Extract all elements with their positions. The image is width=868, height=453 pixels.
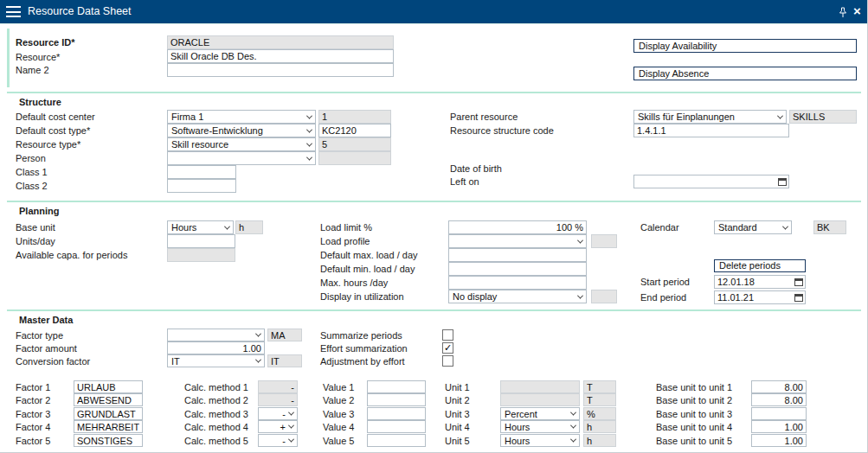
left-on-date-field[interactable] [633, 175, 789, 188]
effort-summarization-checkbox[interactable]: ✓ [442, 342, 453, 354]
resource-input[interactable] [167, 49, 394, 63]
base-unit-to-unit-5-label: Base unit to unit 5 [656, 436, 732, 447]
default-cost-type-dropdown[interactable]: Software-Entwicklung [167, 124, 316, 137]
default-max-load-input[interactable] [448, 248, 587, 262]
units-per-day-input[interactable] [167, 234, 235, 248]
default-cost-type-code-input[interactable] [318, 124, 391, 137]
start-period-label: Start period [640, 277, 690, 288]
value-3-input[interactable] [367, 407, 426, 420]
adjustment-by-effort-checkbox[interactable] [442, 355, 453, 367]
base-unit-to-unit-1-input[interactable] [751, 380, 807, 393]
resource-type-code: 5 [318, 137, 391, 151]
display-availability-button[interactable]: Display Availability [633, 39, 857, 53]
parent-resource-dropdown[interactable]: Skills für Einplanungen [633, 110, 787, 124]
conversion-factor-label: Conversion factor [16, 356, 90, 367]
base-unit-to-unit-3-label: Base unit to unit 3 [656, 409, 732, 420]
class2-label: Class 2 [16, 181, 48, 192]
resource-structure-code-input[interactable] [633, 124, 789, 137]
conversion-factor-dropdown[interactable]: IT [167, 354, 265, 367]
factor-5-input[interactable] [74, 434, 143, 447]
close-icon[interactable]: × [853, 3, 861, 19]
factor-4-label: Factor 4 [16, 422, 50, 433]
base-unit-label: Base unit [16, 222, 55, 233]
calc-method-4-value: + [280, 422, 286, 432]
base-unit-to-unit-3-input[interactable] [751, 407, 807, 420]
unit-2-code: T [583, 393, 616, 406]
chevron-down-icon [306, 154, 312, 160]
chevron-down-icon [288, 437, 294, 443]
calc-method-5-label: Calc. method 5 [184, 436, 248, 447]
section-divider [7, 92, 861, 93]
class1-input[interactable] [167, 165, 236, 179]
chevron-down-icon [288, 423, 294, 429]
factor-4-input[interactable] [74, 420, 143, 433]
calc-method-4-dropdown[interactable]: + [258, 420, 298, 433]
class2-input[interactable] [167, 179, 236, 193]
name2-input[interactable] [167, 63, 394, 77]
unit-5-label: Unit 5 [445, 436, 470, 447]
unit-1-field [500, 380, 580, 393]
default-cost-center-label: Default cost center [16, 112, 95, 123]
pin-icon[interactable] [838, 6, 848, 22]
calc-method-2-field: - [258, 393, 298, 406]
factor-amount-input[interactable] [167, 341, 265, 354]
value-5-input[interactable] [367, 434, 426, 447]
max-hours-day-input[interactable] [448, 276, 587, 290]
resource-structure-code-label: Resource structure code [450, 125, 554, 137]
calendar-icon[interactable] [778, 178, 787, 186]
calc-method-3-dropdown[interactable]: - [258, 407, 298, 420]
calendar-icon[interactable] [794, 294, 803, 302]
calendar-dropdown[interactable]: Standard [714, 220, 792, 234]
value-2-input[interactable] [367, 393, 426, 406]
start-period-date-field[interactable]: 12.01.18 [714, 275, 806, 289]
end-period-date-field[interactable]: 11.01.21 [714, 290, 806, 304]
base-unit-to-unit-5-input[interactable] [751, 434, 807, 447]
available-capa-label: Available capa. for periods [16, 250, 127, 261]
load-limit-label: Load limit % [320, 222, 372, 233]
factor-type-dropdown[interactable] [167, 329, 265, 341]
unit-1-code: T [583, 380, 616, 393]
person-dropdown[interactable] [167, 151, 316, 165]
unit-3-value: Percent [505, 409, 537, 419]
base-unit-to-unit-4-input[interactable] [751, 420, 807, 433]
factor-type-code: MA [267, 329, 302, 341]
value-1-input[interactable] [367, 380, 426, 393]
resource-data-sheet-window: Resource Data Sheet × Resource ID* ORACL… [0, 0, 868, 453]
available-capa-field [167, 248, 235, 262]
class1-label: Class 1 [16, 167, 48, 178]
calendar-icon[interactable] [794, 278, 803, 286]
base-unit-dropdown[interactable]: Hours [167, 220, 234, 234]
display-absence-button[interactable]: Display Absence [633, 67, 857, 80]
delete-periods-button[interactable]: Delete periods [714, 259, 806, 272]
factor-1-input[interactable] [74, 380, 143, 393]
section-divider [7, 201, 861, 202]
calc-method-5-dropdown[interactable]: - [258, 434, 298, 447]
display-in-utilization-value: No display [453, 291, 497, 302]
load-limit-input[interactable] [448, 220, 587, 234]
default-cost-center-code: 1 [318, 110, 391, 124]
factor-2-input[interactable] [74, 393, 143, 406]
base-unit-code: h [235, 220, 263, 234]
default-min-load-input[interactable] [448, 262, 587, 276]
chevron-down-icon [288, 410, 294, 416]
unit-5-dropdown[interactable]: Hours [500, 434, 580, 447]
resource-type-dropdown[interactable]: Skill resource [167, 137, 316, 151]
effort-summarization-label: Effort summarization [320, 343, 408, 354]
unit-1-label: Unit 1 [445, 382, 470, 393]
default-cost-center-dropdown[interactable]: Firma 1 [167, 110, 316, 124]
value-4-input[interactable] [367, 420, 426, 433]
unit-3-dropdown[interactable]: Percent [500, 407, 580, 420]
default-cost-type-value: Software-Entwicklung [171, 125, 263, 136]
factor-3-input[interactable] [74, 407, 143, 420]
display-in-utilization-dropdown[interactable]: No display [448, 290, 587, 303]
unit-4-label: Unit 4 [445, 422, 470, 433]
menu-icon[interactable] [6, 6, 21, 17]
unit-3-label: Unit 3 [445, 409, 470, 420]
load-profile-dropdown[interactable] [448, 234, 587, 248]
conversion-factor-code: IT [267, 354, 302, 367]
base-unit-to-unit-2-input[interactable] [751, 393, 807, 406]
unit-4-dropdown[interactable]: Hours [500, 420, 580, 433]
resource-type-label: Resource type* [16, 139, 80, 150]
summarize-periods-checkbox[interactable] [442, 329, 453, 341]
person-label: Person [16, 153, 46, 164]
